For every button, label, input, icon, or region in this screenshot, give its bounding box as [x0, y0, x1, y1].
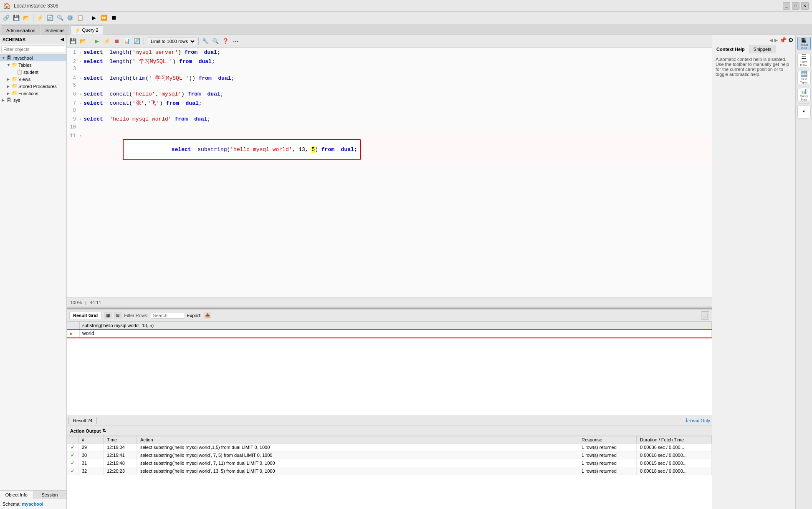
- open-file-button[interactable]: 📂: [78, 37, 88, 46]
- collapse-icon[interactable]: ◀: [61, 37, 64, 42]
- action-duration-cell: 0.00015 sec / 0.0000...: [637, 459, 712, 467]
- highlighted-statement: select substring('hello mysql world', 13…: [123, 139, 361, 160]
- nav-next[interactable]: ▶: [774, 38, 778, 43]
- info-icon: ℹ: [686, 418, 688, 423]
- tree-item-stored-procedures[interactable]: ▶ 📁 Stored Procedures: [5, 83, 66, 90]
- code-editor[interactable]: 1 • select length('mysql server') from d…: [67, 48, 712, 297]
- cursor-position: 44:11: [90, 300, 101, 305]
- settings-icon[interactable]: ⚙: [788, 37, 794, 43]
- tree-arrow-myschool: ▼: [2, 56, 7, 60]
- explain-button[interactable]: 📊: [122, 37, 132, 46]
- tree-item-tables[interactable]: ▼ 📁 Tables: [5, 61, 66, 68]
- stats-icon: 📊: [800, 88, 807, 95]
- scroll-down-btn[interactable]: ▼: [797, 105, 811, 118]
- row-arrow-cell: ▶: [67, 330, 80, 338]
- action-time-cell: 12:20:23: [104, 467, 137, 475]
- action-time-cell: 12:19:41: [104, 451, 137, 459]
- form-editor-btn[interactable]: ☰ FormEditor: [797, 54, 811, 67]
- sidebar-info: Schema: myschool: [0, 499, 66, 509]
- sidebar-tabs: Object Info Session: [0, 491, 66, 499]
- action-output: Action Output ⇅ # Time Action Response D…: [67, 426, 712, 509]
- tab-query2[interactable]: ⚡ Query 2: [70, 25, 103, 35]
- app-icon: 🏠: [3, 3, 10, 9]
- nav-prev[interactable]: ◀: [769, 38, 773, 43]
- tree-item-sys[interactable]: ▶ 🗄 sys: [0, 97, 66, 103]
- status-sep: |: [85, 300, 86, 305]
- snippets-tab[interactable]: Snippets: [749, 45, 776, 53]
- run-all-button[interactable]: ⚡: [102, 37, 111, 46]
- action-output-sort[interactable]: ⇅: [102, 428, 106, 433]
- tb-btn-6[interactable]: 📋: [76, 13, 85, 23]
- action-response-cell: 1 row(s) returned: [578, 459, 637, 467]
- query-stats-btn[interactable]: 📊 QueryStats: [797, 88, 811, 101]
- format-button[interactable]: 🔧: [201, 37, 210, 46]
- tb-btn-8[interactable]: ⏩: [99, 13, 109, 23]
- code-line-8: 8: [67, 108, 712, 116]
- tab-schemas[interactable]: Schemas: [41, 25, 69, 35]
- filter-search-input[interactable]: [151, 312, 184, 319]
- result-grid-tab[interactable]: Result Grid: [69, 312, 101, 319]
- context-help-tab[interactable]: Context Help: [712, 45, 749, 53]
- open-button[interactable]: 📂: [22, 13, 31, 23]
- code-line-9: 9 • select 'hello mysql world' from dual…: [67, 116, 712, 124]
- tb-btn-2[interactable]: ⚡: [35, 13, 45, 23]
- read-only-text: Read Only: [688, 418, 710, 423]
- result-tab-24[interactable]: Result 24: [68, 417, 97, 424]
- right-panel: ◀ ▶ 📌 ⚙ Context Help Snippets Automatic …: [712, 35, 795, 509]
- action-num-cell: 30: [78, 451, 104, 459]
- schema-label-text: Schema:: [3, 501, 20, 506]
- minimize-button[interactable]: _: [783, 2, 790, 10]
- close-button[interactable]: ✕: [801, 2, 809, 10]
- tb-btn-9[interactable]: ⏹: [109, 13, 119, 23]
- run-button[interactable]: ▶: [92, 37, 101, 46]
- sidebar-tab-session[interactable]: Session: [33, 491, 67, 499]
- limit-dropdown[interactable]: Limit to 1000 rows Limit to 100 rows Don…: [148, 38, 196, 45]
- result-grid-sidebar-btn[interactable]: ▦ ResultGrid: [797, 37, 811, 50]
- tree-item-views[interactable]: ▶ 📁 Views: [5, 76, 66, 83]
- export-btn[interactable]: 📤: [204, 312, 211, 319]
- table-row[interactable]: ▶ world: [67, 330, 712, 338]
- field-types-icon: 🔤: [800, 71, 807, 78]
- result-grid-icons: ⬜: [701, 311, 709, 320]
- cell-world[interactable]: world: [80, 330, 712, 338]
- chevron-down-icon: ▼: [802, 110, 806, 114]
- tree-label-views: Views: [18, 77, 65, 82]
- filter-btn[interactable]: ⊞: [114, 312, 121, 319]
- tb-btn-7[interactable]: ▶: [89, 13, 99, 23]
- tree-arrow-stored-procedures: ▶: [7, 84, 12, 88]
- editor-status: 100% | 44:11: [67, 297, 712, 307]
- data-grid[interactable]: substring('hello mysql world', 13, 5) ▶ …: [67, 321, 712, 415]
- filter-input[interactable]: [1, 45, 65, 53]
- tree-item-functions[interactable]: ▶ 📁 Functions: [5, 90, 66, 97]
- editor-area[interactable]: 1 • select length('mysql server') from d…: [67, 48, 712, 307]
- code-line-7: 7 • select concat('张','飞') from dual;: [67, 99, 712, 108]
- wrap-cell-icon[interactable]: ⬜: [701, 311, 709, 320]
- tab-administration[interactable]: Administration: [2, 25, 40, 35]
- sidebar-tab-object-info[interactable]: Object Info: [0, 491, 33, 499]
- save-button[interactable]: 💾: [12, 13, 21, 23]
- clear-button[interactable]: 🔄: [132, 37, 142, 46]
- context-button[interactable]: ❓: [221, 37, 230, 46]
- save-file-button[interactable]: 💾: [68, 37, 78, 46]
- right-panel-content: Automatic context help is disabled. Use …: [712, 53, 795, 509]
- tree-item-myschool[interactable]: ▼ 🗄 myschool: [0, 55, 66, 61]
- pin-icon[interactable]: 📌: [779, 37, 787, 43]
- tree-item-student[interactable]: 📋 student: [10, 68, 66, 76]
- action-num-cell: 29: [78, 443, 104, 451]
- search-replace-button[interactable]: 🔍: [211, 37, 220, 46]
- toolbar-sep-2: [87, 14, 87, 22]
- action-status-cell: ✓: [67, 459, 78, 467]
- tree-label-functions: Functions: [18, 91, 65, 96]
- grid-view-btn[interactable]: ▦: [104, 312, 111, 319]
- rt-sep-1: [798, 52, 810, 52]
- more-button[interactable]: ⋯: [231, 37, 240, 46]
- maximize-button[interactable]: □: [792, 2, 799, 10]
- rt-sep-2: [798, 69, 810, 69]
- stop-button[interactable]: ⏹: [112, 37, 121, 46]
- tb-btn-4[interactable]: 🔍: [56, 13, 65, 23]
- new-conn-button[interactable]: 🔗: [2, 13, 11, 23]
- main-layout: SCHEMAS ◀ ▼ 🗄 myschool ▼ 📁 Tables: [0, 35, 812, 509]
- field-types-btn[interactable]: 🔤 FieldTypes: [797, 71, 811, 84]
- tb-btn-5[interactable]: ⚙️: [66, 13, 75, 23]
- tb-btn-3[interactable]: 🔄: [46, 13, 55, 23]
